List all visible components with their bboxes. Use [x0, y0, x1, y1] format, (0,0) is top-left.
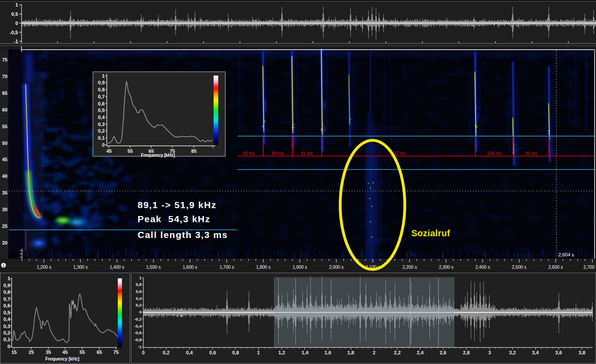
- svg-text:35: 35: [46, 350, 51, 355]
- svg-text:99 ms: 99 ms: [525, 151, 537, 156]
- svg-text:40: 40: [2, 173, 7, 179]
- svg-text:1: 1: [7, 276, 10, 281]
- svg-text:0,5: 0,5: [98, 108, 105, 113]
- svg-text:0,4: 0,4: [98, 115, 105, 120]
- svg-text:2,604 s: 2,604 s: [558, 252, 574, 257]
- svg-text:i: i: [3, 263, 4, 268]
- svg-text:Sozialruf: Sozialruf: [411, 228, 450, 238]
- svg-text:55: 55: [80, 350, 85, 355]
- svg-text:85: 85: [191, 148, 196, 154]
- svg-text:0,8: 0,8: [98, 87, 105, 92]
- svg-text:2,200 s: 2,200 s: [402, 264, 417, 270]
- svg-text:1,600 s: 1,600 s: [182, 264, 197, 270]
- svg-text:0,3: 0,3: [98, 122, 105, 127]
- svg-text:65: 65: [97, 350, 102, 355]
- svg-text:85 ms: 85 ms: [243, 151, 254, 156]
- svg-text:35: 35: [2, 190, 7, 195]
- svg-text:0,5: 0,5: [4, 310, 10, 315]
- svg-text:-1: -1: [138, 344, 142, 349]
- svg-text:0,6: 0,6: [209, 350, 216, 355]
- svg-text:0: 0: [102, 142, 105, 148]
- svg-text:0: 0: [139, 310, 142, 314]
- svg-text:0,7: 0,7: [4, 296, 10, 302]
- svg-text:1,400 s: 1,400 s: [109, 264, 124, 270]
- svg-text:1,8: 1,8: [347, 350, 354, 355]
- svg-text:1,300 s: 1,300 s: [73, 264, 87, 270]
- svg-text:2,600 s: 2,600 s: [548, 264, 563, 270]
- svg-text:1,2: 1,2: [278, 350, 285, 355]
- svg-text:0,1: 0,1: [4, 337, 10, 342]
- svg-text:0,9: 0,9: [98, 80, 105, 85]
- svg-text:104 ms: 104 ms: [487, 151, 502, 156]
- svg-text:3,8: 3,8: [578, 350, 585, 355]
- svg-text:3,6: 3,6: [555, 350, 562, 355]
- svg-text:0,1: 0,1: [98, 135, 105, 141]
- svg-text:3: 3: [488, 350, 491, 355]
- svg-text:17 ms: 17 ms: [394, 151, 406, 156]
- svg-text:1: 1: [257, 350, 260, 355]
- svg-text:0,2: 0,2: [4, 330, 10, 335]
- svg-text:-0,8: -0,8: [134, 337, 142, 342]
- svg-text:60: 60: [2, 107, 7, 112]
- svg-text:2: 2: [373, 350, 375, 355]
- svg-text:45: 45: [2, 157, 7, 162]
- svg-text:0: 0: [7, 344, 10, 349]
- svg-text:45: 45: [62, 350, 68, 355]
- svg-text:1,700 s: 1,700 s: [219, 264, 234, 270]
- svg-text:50: 50: [2, 141, 7, 146]
- svg-text:Call length 3,3 ms: Call length 3,3 ms: [138, 230, 228, 240]
- svg-text:1: 1: [15, 2, 18, 7]
- svg-text:0,7: 0,7: [98, 94, 105, 99]
- svg-text:65: 65: [2, 90, 7, 96]
- svg-text:25: 25: [2, 223, 7, 229]
- svg-text:1: 1: [139, 275, 142, 280]
- svg-text:1,6: 1,6: [324, 350, 331, 355]
- svg-text:3,2: 3,2: [509, 350, 516, 355]
- svg-text:55: 55: [127, 148, 133, 154]
- svg-text:80 ms: 80 ms: [272, 151, 283, 156]
- svg-text:2,000 s: 2,000 s: [329, 264, 343, 270]
- svg-text:2,4: 2,4: [417, 350, 424, 355]
- svg-text:0,2: 0,2: [163, 350, 169, 355]
- svg-text:2,2: 2,2: [394, 350, 400, 355]
- svg-text:Frequency [kHz]: Frequency [kHz]: [141, 152, 174, 158]
- svg-text:75: 75: [113, 350, 119, 355]
- svg-text:0,8: 0,8: [4, 289, 10, 295]
- svg-text:1,900 s: 1,900 s: [292, 264, 307, 270]
- svg-text:2,500 s: 2,500 s: [512, 264, 526, 270]
- svg-text:-0,4: -0,4: [134, 324, 142, 328]
- svg-text:70: 70: [2, 74, 7, 79]
- svg-text:81 ms: 81 ms: [301, 151, 313, 156]
- svg-text:3,4: 3,4: [532, 350, 539, 355]
- svg-text:45: 45: [106, 148, 112, 154]
- svg-text:1,4: 1,4: [302, 350, 309, 355]
- svg-text:2,6: 2,6: [440, 350, 446, 355]
- svg-text:0,6: 0,6: [136, 289, 142, 294]
- svg-text:20: 20: [2, 240, 7, 245]
- svg-text:0,2: 0,2: [98, 128, 105, 133]
- svg-text:89,1 -> 51,9 kHz: 89,1 -> 51,9 kHz: [138, 200, 217, 210]
- svg-text:0,9: 0,9: [4, 283, 10, 288]
- svg-text:0,2: 0,2: [136, 303, 142, 307]
- svg-text:1,500 s: 1,500 s: [146, 264, 160, 270]
- svg-text:0,6: 0,6: [98, 101, 105, 106]
- svg-text:15: 15: [11, 350, 17, 355]
- svg-text:Frequency [kHz]: Frequency [kHz]: [45, 356, 79, 361]
- svg-text:1,800 s: 1,800 s: [256, 264, 270, 270]
- svg-text:0,3: 0,3: [4, 324, 10, 329]
- svg-text:2,700: 2,700: [583, 264, 595, 270]
- svg-text:2,8: 2,8: [463, 350, 469, 355]
- svg-text:30: 30: [2, 207, 7, 212]
- svg-text:0,5: 0,5: [11, 11, 18, 17]
- svg-text:1: 1: [102, 73, 105, 79]
- svg-text:-0,6: -0,6: [134, 330, 142, 335]
- svg-text:0,6: 0,6: [4, 303, 10, 308]
- svg-text:1,200 s: 1,200 s: [36, 264, 51, 270]
- svg-text:25: 25: [29, 350, 34, 355]
- svg-text:2,400 s: 2,400 s: [475, 264, 490, 270]
- svg-text:0,4: 0,4: [136, 296, 142, 301]
- svg-text:0,4: 0,4: [186, 350, 193, 355]
- svg-text:2,300 s: 2,300 s: [439, 264, 453, 270]
- svg-text:55: 55: [2, 124, 7, 129]
- svg-text:0,4: 0,4: [4, 317, 11, 322]
